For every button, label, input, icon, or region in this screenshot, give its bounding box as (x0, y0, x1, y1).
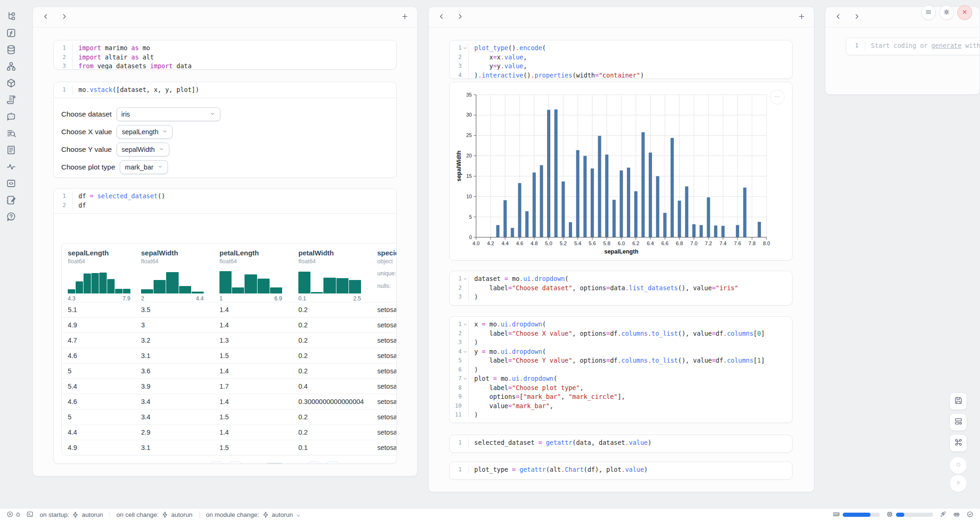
panel3-prev-button[interactable] (833, 12, 843, 22)
table-row[interactable]: 4.931.40.2setosa (62, 317, 397, 332)
table-cell: setosa (371, 364, 397, 378)
runtime-config-2[interactable]: on module change:autorun (206, 511, 302, 518)
sidebar-item-file-tree[interactable] (6, 11, 17, 22)
panel2-next-button[interactable] (455, 12, 465, 22)
sidebar-item-script[interactable] (6, 95, 17, 106)
table-column-header[interactable]: sepalWidthfloat6424.4 (135, 243, 213, 302)
code-editor-empty[interactable]: 1Start coding or generate with AI (846, 38, 980, 53)
svg-text:5: 5 (469, 214, 472, 220)
last-page-button[interactable] (326, 462, 340, 464)
fold-chevron-icon[interactable] (462, 44, 468, 53)
close-panel-button[interactable] (957, 5, 972, 20)
panel3-next-button[interactable] (851, 12, 862, 22)
table-column-header[interactable]: petalWidthfloat640.12.5 (292, 243, 371, 302)
fold-chevron-icon[interactable] (462, 320, 468, 329)
panel1-next-button[interactable] (59, 12, 69, 22)
notebook-menu-button[interactable] (921, 5, 936, 20)
table-cell: 0.2 (292, 333, 371, 348)
table-row[interactable]: 4.63.11.50.2setosa (62, 348, 397, 363)
table-cell: 5 (62, 410, 135, 424)
code-editor-imports[interactable]: 1import marimo as mo2import altair as al… (54, 40, 396, 70)
first-page-button[interactable] (210, 462, 224, 464)
runtime-config-1[interactable]: on cell change:autorun (116, 511, 193, 518)
code-editor-plot[interactable]: 1plot_type().encode(2 x=x.value,3 y=y.va… (450, 40, 792, 79)
sidebar-item-help[interactable] (6, 212, 17, 223)
save-button[interactable] (949, 392, 967, 410)
code-editor-selected[interactable]: 1selected_dataset = getattr(data, datase… (450, 435, 792, 450)
chevron-right-icon (60, 15, 68, 22)
sidebar-item-dependency-graph[interactable] (6, 61, 17, 72)
sidebar-item-package[interactable] (6, 78, 17, 89)
table-row[interactable]: 4.63.41.40.3000000000000004setosa (62, 394, 397, 409)
code-editor-vstack[interactable]: 1mo.vstack([dataset, x, y, plot]) (54, 82, 396, 98)
dropdown-choose-x-value[interactable]: sepalLength (116, 125, 173, 139)
sidebar-item-function[interactable] (6, 28, 17, 39)
panel1-prev-button[interactable] (40, 12, 51, 22)
chevron-down-icon (162, 128, 168, 136)
sidebar-item-activity[interactable] (6, 162, 17, 173)
table-row[interactable]: 5.43.91.70.4setosa (62, 378, 397, 394)
command-palette-button[interactable] (949, 434, 967, 452)
zap-icon (262, 511, 269, 518)
settings-button[interactable] (939, 5, 954, 20)
dropdown-choose-y-value[interactable]: sepalWidth (116, 143, 169, 156)
copilot-button[interactable] (953, 511, 960, 519)
sidebar-item-database[interactable] (6, 45, 17, 56)
table-column-header[interactable]: speciesobjectunique:nulls: (371, 243, 397, 302)
runtime-config-0[interactable]: on startup:autorun (40, 511, 103, 518)
table-row[interactable]: 5.13.51.40.2setosa (62, 302, 397, 317)
dropdown-choose-plot-type[interactable]: mark_bar (120, 160, 168, 174)
sidebar-item-logs[interactable] (6, 128, 17, 139)
dropdown-choose-dataset[interactable]: iris (116, 107, 220, 121)
table-cell: 3.4 (135, 394, 213, 409)
sidebar-item-chat[interactable] (6, 111, 17, 123)
panel2-add-cell-button[interactable] (796, 12, 806, 22)
svg-text:7.2: 7.2 (705, 241, 712, 246)
fold-chevron-icon[interactable] (462, 374, 468, 384)
code-editor-xyplot[interactable]: 1x = mo.ui.dropdown(2 label="Choose X va… (450, 317, 792, 423)
sidebar-item-snippets[interactable] (6, 178, 17, 189)
table-row[interactable]: 53.41.50.2setosa (62, 409, 397, 424)
sidebar-item-document[interactable] (6, 145, 17, 156)
panel2-prev-button[interactable] (436, 12, 446, 22)
fold-chevron-icon[interactable] (462, 347, 468, 357)
table-row[interactable]: 4.73.21.30.2setosa (62, 332, 397, 348)
svg-text:5.6: 5.6 (589, 241, 596, 246)
code-line: 1dataset = mo.ui.dropdown( (450, 274, 788, 284)
ai-assistant-button[interactable] (940, 511, 947, 519)
fold-chevron-icon[interactable] (462, 274, 468, 284)
stop-button[interactable] (949, 456, 967, 474)
control-label: Choose plot type (61, 163, 115, 171)
next-page-button[interactable] (307, 462, 321, 464)
table-row[interactable]: 4.42.91.40.2setosa (62, 424, 397, 440)
terminal-button[interactable] (26, 511, 33, 519)
page-select[interactable]: 1 (266, 463, 284, 464)
svg-text:7.8: 7.8 (748, 241, 755, 246)
code-editor-plot-type[interactable]: 1plot_type = getattr(alt.Chart(df), plot… (450, 462, 792, 477)
table-row[interactable]: 53.61.40.2setosa (62, 363, 397, 378)
table-cell: 1.4 (213, 394, 292, 409)
layout-button[interactable] (949, 413, 967, 431)
table-column-header[interactable]: petalLengthfloat6416.9 (213, 243, 292, 302)
chevron-right-icon (853, 15, 861, 22)
connection-status-button[interactable] (967, 511, 974, 519)
code-editor-df[interactable]: 1df = selected_dataset()2df (54, 189, 396, 213)
cell-vstack: 1mo.vstack([dataset, x, y, plot]) Choose… (53, 82, 397, 178)
table-row[interactable]: 4.93.11.50.1setosa (62, 440, 397, 455)
table-cell: setosa (371, 394, 397, 409)
fold-spacer (462, 465, 468, 475)
code-editor-dataset[interactable]: 1dataset = mo.ui.dropdown(2 label="Choos… (450, 271, 792, 305)
sidebar-item-scratchpad[interactable] (6, 195, 17, 206)
control-row: Choose plot typemark_bar (61, 160, 389, 174)
table-column-header[interactable]: sepalLengthfloat644.37.9 (62, 243, 135, 302)
chart-actions-button[interactable] (770, 90, 785, 104)
editor-column-1: 1import marimo as mo2import altair as al… (32, 7, 418, 476)
svg-text:6.0: 6.0 (618, 241, 625, 246)
panel1-add-cell-button[interactable] (400, 12, 410, 22)
prev-page-button[interactable] (228, 462, 242, 464)
column-histogram (219, 269, 282, 293)
help-icon (6, 216, 16, 223)
error-count-indicator[interactable]: 0 (6, 511, 20, 519)
table-cell: 5.1 (62, 302, 135, 317)
run-button[interactable] (949, 475, 967, 492)
